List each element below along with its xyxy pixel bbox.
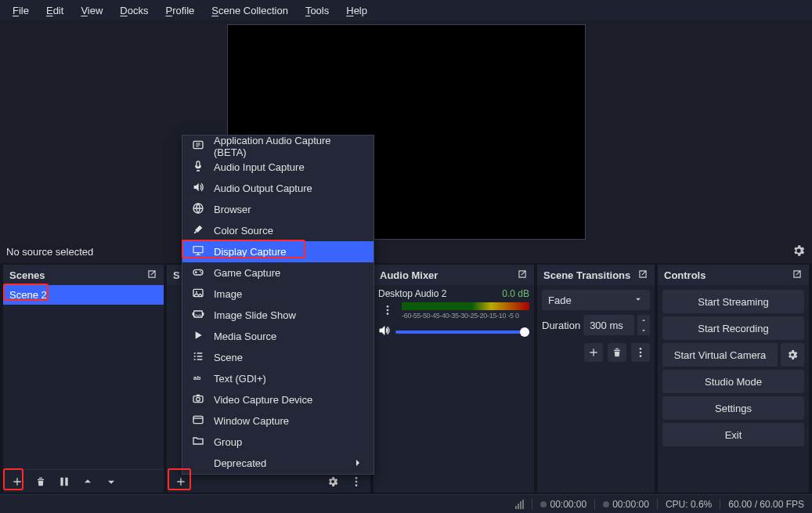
popout-icon[interactable] xyxy=(637,269,648,282)
globe-icon xyxy=(192,202,204,217)
menu-help[interactable]: Help xyxy=(338,2,375,20)
mixer-db-label: 0.0 dB xyxy=(502,288,529,299)
studio-mode-button[interactable]: Studio Mode xyxy=(662,370,804,393)
menu-docks[interactable]: Docks xyxy=(112,2,156,20)
scene-filters-button[interactable] xyxy=(55,472,74,491)
menu-item-media-source[interactable]: Media Source xyxy=(182,326,374,347)
source-properties-button[interactable] xyxy=(323,472,342,491)
virtual-camera-settings-button[interactable] xyxy=(781,343,804,367)
menu-item-application-audio-capture-beta-[interactable]: Application Audio Capture (BETA) xyxy=(182,135,374,157)
duration-up-button[interactable] xyxy=(637,315,650,325)
menu-item-image-slide-show[interactable]: Image Slide Show xyxy=(182,305,374,326)
controls-header: Controls xyxy=(658,265,809,285)
list-icon xyxy=(192,350,204,365)
duration-input[interactable]: 300 ms xyxy=(583,315,634,335)
no-source-label: No source selected xyxy=(6,246,93,258)
menu-item-browser[interactable]: Browser xyxy=(182,199,374,220)
mixer-track-name: Desktop Audio 2 xyxy=(378,288,446,299)
scene-item[interactable]: Scene 2 xyxy=(3,285,164,305)
menu-item-video-capture-device[interactable]: Video Capture Device xyxy=(182,389,374,410)
menu-file[interactable]: File xyxy=(5,2,37,20)
start-virtual-camera-button[interactable]: Start Virtual Camera xyxy=(662,343,778,367)
svg-rect-23 xyxy=(193,416,203,423)
add-source-button[interactable] xyxy=(171,472,190,491)
speaker-icon xyxy=(192,181,204,196)
transition-menu-button[interactable] xyxy=(631,343,650,362)
camera-icon xyxy=(192,392,204,407)
menu-edit[interactable]: Edit xyxy=(38,2,71,20)
menu-item-color-source[interactable]: Color Source xyxy=(182,220,374,241)
mixer-track-menu[interactable] xyxy=(378,301,397,320)
menu-item-window-capture[interactable]: Window Capture xyxy=(182,410,374,432)
svg-point-3 xyxy=(355,480,358,482)
scenes-header: Scenes xyxy=(3,265,164,285)
transitions-dock: Scene Transitions Fade Duration 300 ms xyxy=(537,265,655,493)
svg-rect-1 xyxy=(65,477,67,486)
svg-point-18 xyxy=(196,291,197,293)
scene-down-button[interactable] xyxy=(102,472,121,491)
add-transition-button[interactable] xyxy=(584,343,603,362)
mixer-header: Audio Mixer xyxy=(374,265,534,285)
transition-select[interactable]: Fade xyxy=(542,290,650,310)
speaker-icon[interactable] xyxy=(378,324,391,339)
menu-item-image[interactable]: Image xyxy=(182,284,374,305)
svg-rect-0 xyxy=(60,477,63,486)
menu-item-audio-input-capture[interactable]: Audio Input Capture xyxy=(182,157,374,178)
status-bar: 00:00:00 00:00:00 CPU: 0.6% 60.00 / 60.0… xyxy=(0,494,812,513)
svg-point-8 xyxy=(640,348,642,350)
menu-bar: File Edit View Docks Profile Scene Colle… xyxy=(0,0,812,20)
menu-view[interactable]: View xyxy=(73,2,110,20)
sources-title: S xyxy=(173,269,180,281)
svg-text:ab: ab xyxy=(193,374,200,381)
scene-up-button[interactable] xyxy=(78,472,97,491)
duration-down-button[interactable] xyxy=(637,325,650,335)
svg-point-10 xyxy=(640,355,642,357)
menu-item-text-gdi-[interactable]: abText (GDI+) xyxy=(182,368,374,389)
svg-point-7 xyxy=(387,312,389,315)
network-icon xyxy=(515,500,524,509)
slideshow-icon xyxy=(192,308,204,323)
menu-scene-collection[interactable]: Scene Collection xyxy=(204,2,296,20)
popout-icon[interactable] xyxy=(792,269,803,282)
mixer-volume-slider[interactable] xyxy=(395,331,529,334)
gamepad-icon xyxy=(192,266,204,280)
delete-transition-button[interactable] xyxy=(608,343,626,362)
text-icon: ab xyxy=(192,371,204,386)
menu-item-deprecated[interactable]: Deprecated xyxy=(182,453,374,474)
menu-profile[interactable]: Profile xyxy=(157,2,202,20)
scenes-dock: Scenes Scene 2 xyxy=(3,265,164,493)
preview-area xyxy=(0,20,812,240)
start-streaming-button[interactable]: Start Streaming xyxy=(662,290,804,313)
controls-dock: Controls Start Streaming Start Recording… xyxy=(658,265,809,493)
gear-icon[interactable] xyxy=(792,244,806,260)
svg-point-16 xyxy=(200,273,202,274)
delete-scene-button[interactable] xyxy=(31,472,50,491)
menu-item-scene[interactable]: Scene xyxy=(182,347,374,368)
svg-point-6 xyxy=(387,309,389,312)
chevron-right-icon xyxy=(352,457,364,471)
docks-row: Scenes Scene 2 S Audio Mixer xyxy=(0,263,812,494)
menu-item-display-capture[interactable]: Display Capture xyxy=(182,241,374,262)
start-recording-button[interactable]: Start Recording xyxy=(662,316,804,340)
menu-tools[interactable]: Tools xyxy=(298,2,337,20)
blank-icon xyxy=(192,456,204,471)
stream-time: 00:00:00 xyxy=(540,499,586,510)
controls-title: Controls xyxy=(664,269,706,281)
exit-button[interactable]: Exit xyxy=(662,423,804,446)
menu-item-game-capture[interactable]: Game Capture xyxy=(182,262,374,284)
audio-mixer-dock: Audio Mixer Desktop Audio 2 0.0 dB -60-5… xyxy=(374,265,534,493)
menu-item-audio-output-capture[interactable]: Audio Output Capture xyxy=(182,178,374,199)
svg-rect-13 xyxy=(193,247,203,253)
settings-button[interactable]: Settings xyxy=(662,396,804,420)
popout-icon[interactable] xyxy=(517,269,528,282)
svg-point-22 xyxy=(197,397,200,401)
scenes-toolbar xyxy=(3,469,164,493)
record-time: 00:00:00 xyxy=(603,499,649,510)
menu-item-group[interactable]: Group xyxy=(182,432,374,453)
svg-point-4 xyxy=(355,484,358,486)
popout-icon[interactable] xyxy=(146,269,157,282)
scenes-title: Scenes xyxy=(9,269,45,281)
source-menu-button[interactable] xyxy=(347,472,366,491)
add-scene-button[interactable] xyxy=(8,472,27,491)
mic-icon xyxy=(192,160,204,175)
